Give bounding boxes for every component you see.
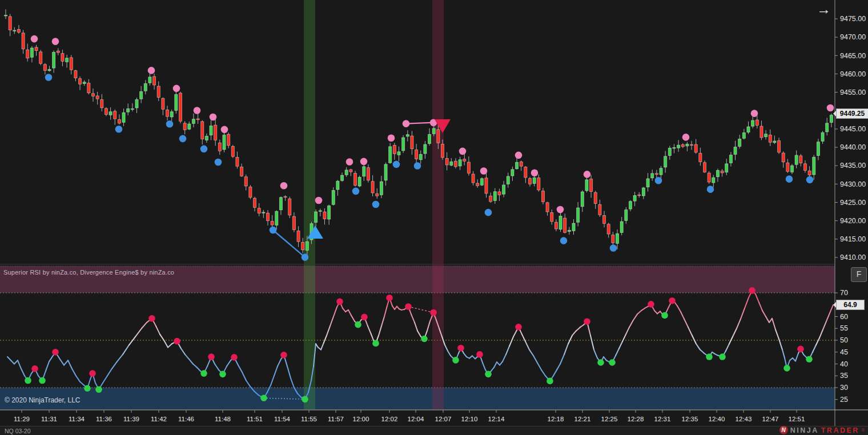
candle (9, 17, 11, 30)
candle (210, 126, 212, 135)
time-axis-label: 11:34 (69, 416, 85, 422)
candle (511, 170, 514, 176)
logo-ninja-text: NINJA (790, 426, 819, 434)
bullish-divergence-line (273, 230, 305, 257)
candle (742, 133, 745, 139)
candle (57, 51, 59, 53)
rsi-trough-dot (260, 394, 267, 401)
candle (476, 183, 479, 186)
swing-high-dot (557, 206, 564, 214)
candle (503, 185, 505, 194)
swing-low-dot (393, 161, 400, 168)
rsi-peak-dot (231, 354, 238, 361)
candle (179, 93, 182, 121)
candle (53, 53, 55, 69)
swing-low-dot (166, 120, 174, 128)
rsi-trough-dot (355, 321, 361, 328)
swing-high-dot (515, 152, 523, 159)
candle (17, 29, 20, 32)
candle (35, 47, 38, 51)
candle (231, 146, 234, 156)
ninjatrader-logo-icon: N (779, 426, 788, 434)
candle (279, 198, 282, 210)
swing-high-dot (751, 110, 758, 117)
svg-text:35: 35 (840, 372, 848, 380)
candlestick-series (4, 15, 833, 251)
swing-low-dot (115, 126, 123, 133)
time-axis-label: 11:57 (328, 416, 344, 422)
time-axis-label: 12:21 (574, 416, 591, 422)
time-axis-label: 11:42 (151, 416, 167, 422)
candle (830, 115, 833, 123)
rsi-peak-dot (430, 309, 437, 316)
svg-text:9470.00: 9470.00 (840, 33, 866, 41)
rsi-peak-dot (52, 349, 59, 356)
candle (607, 224, 610, 234)
chart-canvas[interactable]: 9475.009470.009465.009460.009455.009445.… (0, 0, 868, 435)
candle (183, 123, 186, 130)
svg-text:9475.00: 9475.00 (840, 15, 866, 23)
swing-low-dot (707, 186, 714, 193)
candle (240, 167, 243, 176)
scroll-to-end-arrow-icon[interactable]: → (817, 1, 831, 18)
candle (87, 83, 90, 92)
candle (415, 150, 418, 159)
time-axis-label: 11:31 (41, 416, 57, 422)
candle (223, 135, 226, 150)
candle (467, 162, 470, 173)
candle (78, 79, 81, 84)
candle (803, 164, 806, 171)
candle (323, 212, 326, 219)
candle (765, 134, 767, 137)
candle (664, 156, 667, 167)
swing-low-dot (45, 74, 53, 81)
candle (349, 170, 352, 172)
time-axis-label: 12:18 (548, 416, 564, 422)
candle (498, 192, 501, 195)
candle (249, 187, 252, 197)
candle (795, 155, 798, 164)
candle (533, 178, 536, 183)
candle (192, 119, 195, 124)
candle (681, 144, 684, 147)
time-axis-label: 12:43 (736, 416, 752, 422)
candle (629, 202, 632, 209)
candle (646, 179, 649, 187)
candle (725, 164, 728, 172)
candle (380, 182, 383, 195)
candle (148, 77, 151, 83)
candle (699, 153, 702, 162)
candle (633, 195, 636, 201)
rsi-trough-dot (372, 340, 379, 347)
candle (153, 76, 156, 85)
copyright-text: © 2020 NinjaTrader, LLC (5, 396, 80, 404)
candle (638, 195, 641, 195)
candle (668, 148, 671, 155)
candle (708, 173, 710, 182)
rsi-trough-dot (302, 396, 308, 403)
time-axis-label: 12:00 (353, 416, 369, 422)
rsi-peak-dot (386, 295, 393, 301)
candle (813, 157, 815, 175)
candle (253, 198, 256, 207)
swing-low-dot (806, 176, 814, 184)
candle (340, 175, 343, 180)
candle (559, 216, 562, 229)
svg-text:45: 45 (840, 348, 848, 356)
candle (424, 144, 427, 154)
candle (397, 152, 400, 155)
rsi-divergence-lines (264, 307, 433, 399)
tab-instrument-nq-03-20[interactable]: NQ 03-20 (5, 427, 31, 435)
bearish-divergence-line (406, 123, 433, 124)
rsi-peak-dot (749, 287, 756, 294)
swing-low-dot (786, 175, 793, 183)
candle (201, 122, 204, 139)
candle (275, 211, 278, 225)
candle (157, 86, 160, 98)
candle (752, 120, 754, 126)
candle (437, 130, 440, 143)
fixed-scale-button[interactable]: F (851, 267, 867, 282)
swing-low-dot (372, 201, 380, 208)
candle (537, 178, 540, 190)
candle (376, 194, 379, 196)
